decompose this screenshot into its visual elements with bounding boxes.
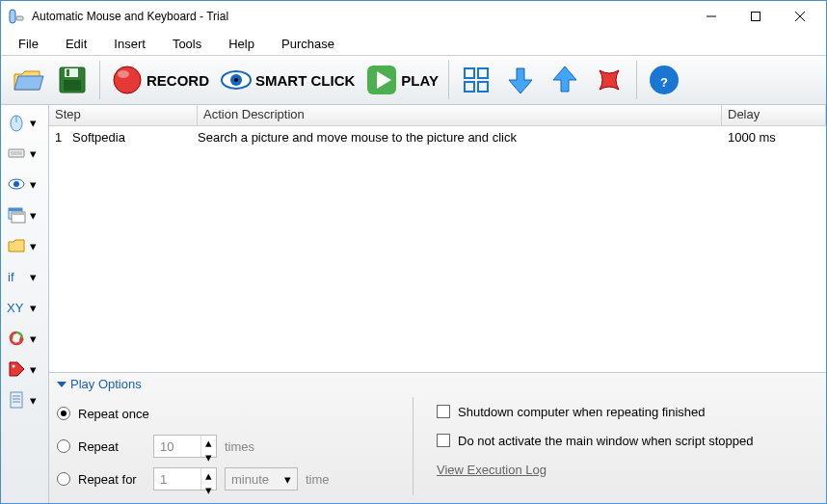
chevron-down-icon: ▾: [28, 146, 38, 161]
chevron-down-icon: ▾: [28, 332, 38, 346]
up-arrow-button[interactable]: [544, 59, 586, 101]
spinner-up-icon[interactable]: ▴: [201, 468, 216, 483]
save-icon: [55, 63, 90, 97]
repeat-for-label: Repeat for: [78, 472, 146, 487]
svg-point-39: [13, 365, 15, 368]
cell-step-number: 1: [49, 128, 67, 146]
toolbar-separator: [99, 61, 100, 99]
app-icon: [9, 9, 24, 24]
svg-rect-0: [10, 10, 15, 23]
svg-rect-18: [465, 68, 474, 78]
radio-repeat-for[interactable]: [57, 472, 70, 486]
svg-point-30: [13, 181, 19, 187]
svg-point-15: [234, 78, 238, 82]
play-button[interactable]: PLAY: [360, 59, 442, 101]
menu-file[interactable]: File: [5, 35, 52, 53]
side-folder-button[interactable]: ▾: [1, 230, 48, 261]
menu-tools[interactable]: Tools: [159, 35, 215, 53]
delete-button[interactable]: [588, 59, 630, 101]
tag-icon: [5, 358, 28, 381]
close-button[interactable]: [778, 3, 822, 30]
col-header-description[interactable]: Action Description: [198, 105, 722, 125]
shutdown-label: Shutdown computer when repeating finishe…: [458, 405, 706, 419]
time-label: time: [306, 472, 330, 487]
mouse-icon: [5, 111, 28, 134]
record-button[interactable]: RECORD: [106, 59, 213, 101]
time-unit-combo[interactable]: minute▾: [225, 467, 298, 491]
spinner-down-icon[interactable]: ▾: [201, 450, 216, 464]
menu-help[interactable]: Help: [215, 35, 268, 53]
grid-tool-button[interactable]: [455, 59, 497, 101]
window-title: Automatic Mouse and Keyboard - Trial: [32, 10, 689, 23]
repeat-for-input[interactable]: 1▴▾: [153, 467, 217, 491]
if-icon: if: [5, 265, 28, 288]
svg-text:if: if: [8, 270, 14, 284]
down-arrow-icon: [503, 63, 538, 97]
svg-rect-8: [64, 80, 81, 91]
down-arrow-button[interactable]: [499, 59, 542, 101]
play-options-panel: Play Options Repeat once Repeat 10▴▾ tim…: [49, 372, 826, 503]
svg-point-12: [118, 70, 129, 78]
side-xy-button[interactable]: XY▾: [1, 292, 48, 323]
radio-repeat[interactable]: [57, 439, 70, 453]
help-button[interactable]: ?: [643, 59, 685, 101]
chevron-down-icon: ▾: [28, 177, 38, 192]
svg-rect-19: [478, 68, 488, 78]
svg-text:?: ?: [660, 75, 668, 90]
side-window-button[interactable]: ▾: [1, 199, 48, 230]
chevron-down-icon: ▾: [28, 393, 38, 408]
play-icon: [364, 63, 399, 97]
menu-purchase[interactable]: Purchase: [268, 35, 348, 53]
document-icon: [5, 388, 28, 411]
up-arrow-icon: [547, 63, 582, 97]
cell-step-name: Softpedia: [67, 128, 192, 146]
collapse-caret-icon[interactable]: [57, 380, 70, 389]
svg-text:XY: XY: [7, 301, 24, 315]
folder-icon: [5, 234, 28, 257]
checkbox-dont-activate[interactable]: [437, 434, 450, 447]
radio-repeat-once[interactable]: [57, 407, 70, 420]
record-icon: [110, 63, 145, 97]
col-header-step[interactable]: Step: [49, 105, 198, 125]
side-tag-button[interactable]: ▾: [1, 354, 48, 385]
side-if-button[interactable]: if▾: [1, 261, 48, 292]
svg-rect-3: [752, 13, 760, 21]
xy-icon: XY: [5, 296, 28, 319]
spinner-up-icon[interactable]: ▴: [201, 436, 216, 450]
repeat-count-input[interactable]: 10▴▾: [153, 435, 217, 458]
side-mouse-button[interactable]: ▾: [1, 107, 48, 138]
svg-rect-21: [478, 82, 488, 92]
grid-header: Step Action Description Delay: [49, 105, 826, 126]
side-eye-button[interactable]: ▾: [1, 169, 48, 199]
eye-icon: [5, 172, 28, 196]
view-execution-log-link[interactable]: View Execution Log: [437, 463, 547, 477]
repeat-label: Repeat: [78, 439, 146, 454]
spinner-down-icon[interactable]: ▾: [201, 483, 216, 497]
minimize-button[interactable]: [689, 3, 734, 30]
open-folder-icon: [11, 63, 45, 97]
chevron-down-icon: ▾: [28, 270, 38, 284]
maximize-button[interactable]: [734, 3, 778, 30]
svg-rect-32: [9, 208, 22, 211]
toolbar-separator: [636, 61, 637, 99]
action-grid[interactable]: Step Action Description Delay 1 Softpedi…: [49, 105, 826, 372]
svg-rect-34: [12, 212, 25, 215]
menu-bar: File Edit Insert Tools Help Purchase: [1, 32, 826, 55]
main-toolbar: RECORD SMART CLICK PLAY ?: [1, 55, 826, 105]
smart-click-button[interactable]: SMART CLICK: [215, 59, 359, 101]
grid-icon: [459, 63, 494, 97]
side-loop-button[interactable]: ▾: [1, 323, 48, 354]
table-row[interactable]: 1 Softpedia Search a picture and move mo…: [49, 126, 826, 147]
side-keyboard-button[interactable]: ▾: [1, 138, 48, 169]
svg-rect-1: [16, 16, 23, 20]
smart-click-label: SMART CLICK: [255, 72, 355, 89]
side-document-button[interactable]: ▾: [1, 385, 48, 415]
open-button[interactable]: [7, 59, 49, 101]
menu-insert[interactable]: Insert: [100, 35, 159, 53]
save-button[interactable]: [51, 59, 93, 101]
menu-edit[interactable]: Edit: [52, 35, 100, 53]
col-header-delay[interactable]: Delay: [722, 105, 826, 125]
checkbox-shutdown[interactable]: [437, 405, 450, 418]
window-icon: [5, 203, 28, 226]
record-label: RECORD: [147, 72, 209, 89]
